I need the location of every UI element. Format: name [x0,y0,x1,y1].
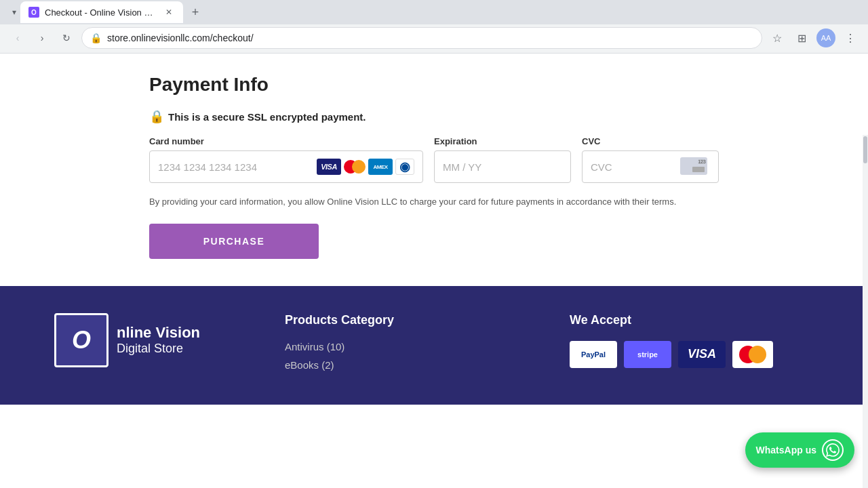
tab-list-btn[interactable]: ▾ [8,6,20,18]
menu-btn[interactable]: ⋮ [841,28,860,47]
scrollbar-thumb[interactable] [863,136,867,163]
stripe-logo: stripe [624,341,671,368]
whatsapp-label: WhatsApp us [756,445,816,455]
expiration-label: Expiration [434,136,571,146]
logo-line1: nline Vision [117,324,200,342]
cvc-input[interactable]: CVC 123 [582,150,719,183]
mc-accept-logo [732,341,773,368]
paypal-logo: PayPal [570,341,617,368]
card-number-input[interactable]: 1234 1234 1234 1234 VISA AMEX ◉ [149,150,423,183]
main-section: Payment Info 🔒 This is a secure SSL encr… [0,54,868,286]
scrollbar[interactable] [863,135,868,488]
tab-title: Checkout - Online Vision Digit... [45,7,157,18]
tab-bar: ▾ O Checkout - Online Vision Digit... ✕ … [0,0,868,24]
footer-logo-section: O nline Vision Digital Store [54,313,244,367]
cvc-placeholder: CVC [591,161,680,173]
cvc-label: CVC [582,136,719,146]
back-btn[interactable]: ‹ [8,28,27,47]
profile-btn[interactable]: AA [816,28,835,47]
expiration-group: Expiration MM / YY [434,136,571,183]
extensions-btn[interactable]: ⊞ [792,28,811,47]
forward-btn[interactable]: › [33,28,52,47]
payment-form-row: Card number 1234 1234 1234 1234 VISA [149,136,719,183]
secure-text: This is a secure SSL encrypted payment. [168,111,366,123]
visa-card-icon: VISA [317,159,341,175]
secure-badge: 🔒 This is a secure SSL encrypted payment… [149,109,719,124]
cvc-card-visual: 123 [680,157,710,176]
expiry-placeholder: MM / YY [443,161,481,173]
lock-icon: 🔒 [149,109,164,124]
page-content: Payment Info 🔒 This is a secure SSL encr… [0,54,868,405]
logo-line2: Digital Store [117,342,200,356]
footer-logo-box: O [54,313,108,367]
footer-accept-col: We Accept PayPal stripe VISA [570,313,814,368]
footer-antivirus-link[interactable]: Antivirus (10) [285,341,529,352]
we-accept-title: We Accept [570,313,814,327]
new-tab-btn[interactable]: + [186,3,205,22]
footer-products-col: Products Category Antivirus (10) eBooks … [285,313,529,378]
address-bar[interactable]: 🔒 store.onlinevisionllc.com/checkout/ [81,27,762,49]
tab-close-btn[interactable]: ✕ [163,6,175,18]
footer-logo-text: nline Vision Digital Store [117,324,200,356]
diners-icon: ◉ [395,159,414,175]
mastercard-icon [344,159,366,175]
cvc-group: CVC CVC 123 [582,136,719,183]
whatsapp-button[interactable]: WhatsApp us [745,432,854,468]
card-number-label: Card number [149,136,423,146]
card-icons: VISA AMEX ◉ [317,159,414,175]
active-tab[interactable]: O Checkout - Online Vision Digit... ✕ [20,1,183,23]
visa-accept-logo: VISA [678,341,726,368]
tab-favicon: O [28,7,39,18]
footer-ebooks-link[interactable]: eBooks (2) [285,359,529,371]
purchase-button[interactable]: PURCHASE [149,224,319,259]
bookmark-btn[interactable]: ☆ [768,28,787,47]
logo-letter: O [72,326,91,354]
expiration-input[interactable]: MM / YY [434,150,571,183]
payment-logos: PayPal stripe VISA [570,341,814,368]
reload-btn[interactable]: ↻ [57,28,76,47]
cvc-input-inner: CVC 123 [591,157,710,176]
card-number-group: Card number 1234 1234 1234 1234 VISA [149,136,423,183]
address-bar-row: ‹ › ↻ 🔒 store.onlinevisionllc.com/checko… [0,24,868,53]
terms-text: By providing your card information, you … [149,195,719,209]
amex-icon: AMEX [368,159,393,175]
card-placeholder: 1234 1234 1234 1234 [158,161,317,173]
url-text: store.onlinevisionllc.com/checkout/ [107,33,753,43]
page-title: Payment Info [149,74,719,96]
whatsapp-icon [822,439,844,461]
footer: O nline Vision Digital Store Products Ca… [0,286,868,405]
card-input-inner: 1234 1234 1234 1234 VISA AMEX ◉ [158,159,414,175]
products-title: Products Category [285,313,529,327]
browser-chrome: ▾ O Checkout - Online Vision Digit... ✕ … [0,0,868,54]
